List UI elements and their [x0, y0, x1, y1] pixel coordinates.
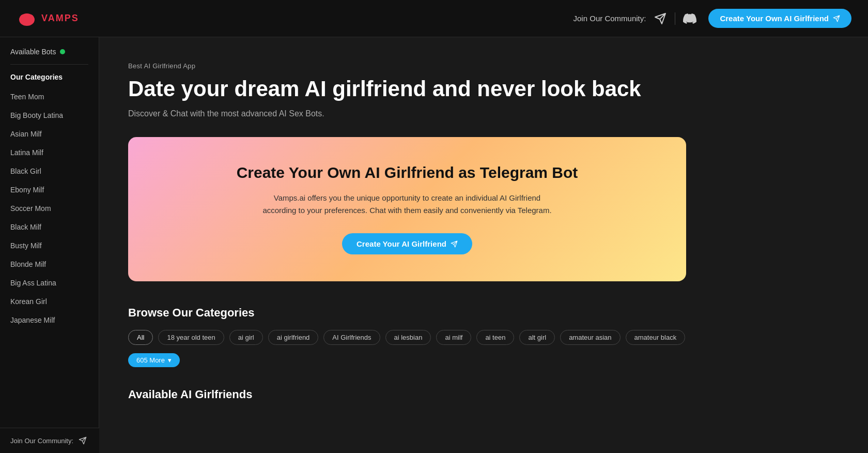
sidebar-item-big-ass-latina[interactable]: Big Ass Latina: [0, 274, 99, 292]
promo-card: Create Your Own AI Girlfriend as Telegra…: [128, 137, 686, 281]
sidebar-item-teen-mom[interactable]: Teen Mom: [0, 87, 99, 106]
svg-point-1: [21, 14, 26, 19]
tag-alt-girl[interactable]: alt girl: [519, 330, 555, 345]
logo-text: VAMPS: [41, 13, 79, 24]
tag-ai-girlfriends[interactable]: AI Girlfriends: [323, 330, 380, 345]
sidebar-item-soccer-mom[interactable]: Soccer Mom: [0, 199, 99, 218]
tag-amateur-asian[interactable]: amateur asian: [560, 330, 620, 345]
header: VAMPS Join Our Community: Create Your Ow…: [0, 0, 868, 37]
sidebar-item-asian-milf[interactable]: Asian Milf: [0, 125, 99, 143]
sidebar-item-japanese-milf[interactable]: Japanese Milf: [0, 311, 99, 329]
tag-ai-milf[interactable]: ai milf: [436, 330, 471, 345]
online-indicator: [60, 49, 65, 54]
sidebar-item-big-booty-latina[interactable]: Big Booty Latina: [0, 106, 99, 125]
available-girlfriends-title: Available AI Girlfriends: [128, 388, 839, 401]
more-tags-button[interactable]: 605 More ▾: [128, 353, 180, 367]
join-community-label: Join Our Community:: [574, 10, 699, 27]
discord-icon[interactable]: [681, 10, 698, 27]
tag-amateur-black[interactable]: amateur black: [626, 330, 686, 345]
tag-18-teen[interactable]: 18 year old teen: [158, 330, 224, 345]
categories-label: Our Categories: [0, 65, 99, 87]
sidebar-item-black-milf[interactable]: Black Milf: [0, 218, 99, 236]
available-bots-label: Available Bots: [0, 37, 99, 64]
sidebar: Available Bots Our Categories Teen Mom B…: [0, 37, 99, 453]
logo-icon: [17, 8, 37, 29]
telegram-icon[interactable]: [652, 10, 669, 27]
sidebar-item-black-girl[interactable]: Black Girl: [0, 162, 99, 180]
sidebar-item-latina-milf[interactable]: Latina Milf: [0, 143, 99, 162]
divider: [675, 12, 675, 25]
sidebar-item-blonde-milf[interactable]: Blonde Milf: [0, 255, 99, 274]
sidebar-item-ebony-milf[interactable]: Ebony Milf: [0, 180, 99, 199]
promo-title: Create Your Own AI Girlfriend as Telegra…: [149, 164, 665, 182]
tag-ai-lesbian[interactable]: ai lesbian: [385, 330, 431, 345]
footer-telegram-icon[interactable]: [79, 436, 87, 445]
sidebar-footer: Join Our Community:: [0, 428, 99, 453]
promo-description: Vamps.ai offers you the unique opportuni…: [257, 192, 557, 217]
sidebar-item-korean-girl[interactable]: Korean Girl: [0, 292, 99, 311]
main-content: Best AI Girlfriend App Date your dream A…: [99, 37, 868, 426]
tag-ai-girl[interactable]: ai girl: [229, 330, 263, 345]
create-girlfriend-button[interactable]: Create Your Own AI Girlfriend: [708, 9, 851, 28]
svg-point-2: [28, 14, 33, 19]
tag-ai-teen[interactable]: ai teen: [476, 330, 514, 345]
promo-create-button[interactable]: Create Your AI Girlfriend: [342, 233, 472, 254]
sidebar-item-busty-milf[interactable]: Busty Milf: [0, 236, 99, 255]
promo-send-icon: [451, 240, 458, 248]
hero-description: Discover & Chat with the most advanced A…: [128, 109, 839, 118]
send-icon: [833, 15, 840, 22]
tag-all[interactable]: All: [128, 330, 153, 345]
header-right: Join Our Community: Create Your Own AI G…: [574, 9, 851, 28]
tags-row: All 18 year old teen ai girl ai girlfrie…: [128, 330, 839, 345]
tag-ai-girlfriend[interactable]: ai girlfriend: [268, 330, 319, 345]
chevron-down-icon: ▾: [168, 356, 172, 364]
hero-subtitle: Best AI Girlfriend App: [128, 62, 839, 70]
logo-area[interactable]: VAMPS: [17, 8, 79, 29]
browse-categories-title: Browse Our Categories: [128, 306, 839, 320]
hero-title: Date your dream AI girlfriend and never …: [128, 76, 839, 102]
